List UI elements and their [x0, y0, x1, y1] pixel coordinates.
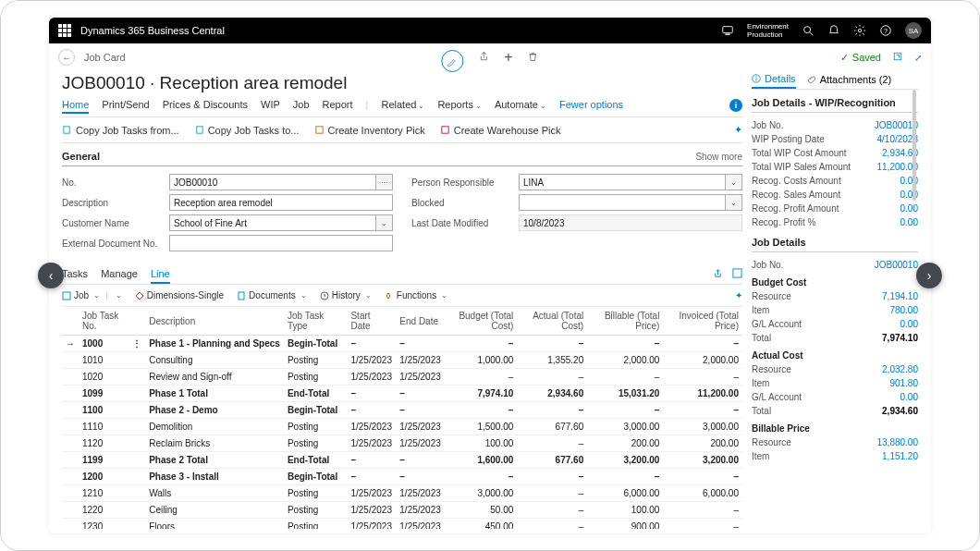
delete-icon[interactable]	[528, 51, 539, 64]
col-billable[interactable]: Billable (Total Price)	[587, 307, 663, 336]
lines-maximize-icon[interactable]	[732, 268, 742, 281]
app-launcher-icon[interactable]	[58, 24, 71, 37]
table-row[interactable]: 1100Phase 2 - DemoBegin-Total––––––	[62, 402, 742, 419]
actual-cost-heading: Actual Cost	[752, 350, 918, 361]
col-budget[interactable]: Budget (Total Cost)	[445, 307, 518, 336]
tab-home[interactable]: Home	[62, 99, 89, 114]
search-icon[interactable]	[802, 24, 815, 37]
svg-rect-14	[239, 292, 244, 300]
tab-job[interactable]: Job	[293, 99, 310, 114]
table-row[interactable]: 1099Phase 1 TotalEnd-Total––7,974.102,93…	[62, 386, 742, 402]
tab-prices-discounts[interactable]: Prices & Discounts	[163, 99, 248, 114]
back-button[interactable]: ←	[58, 49, 75, 66]
table-row[interactable]: 1200Phase 3 - InstallBegin-Total––––––	[62, 469, 742, 485]
tab-line[interactable]: Line	[151, 268, 170, 284]
table-row[interactable]: 1110DemolitionPosting1/25/20231/25/20231…	[62, 419, 742, 435]
no-lookup-button[interactable]: ⋯	[376, 174, 393, 190]
documents-dropdown[interactable]: Documents⌄	[237, 290, 307, 300]
help-icon[interactable]: ?	[879, 24, 892, 37]
tab-automate[interactable]: Automate⌄	[495, 99, 546, 114]
carousel-prev-button[interactable]: ‹	[38, 263, 64, 288]
environment-label: EnvironmentProduction	[747, 22, 789, 39]
blocked-field[interactable]	[519, 194, 726, 211]
no-field[interactable]	[169, 174, 376, 190]
table-row[interactable]: 1230FloorsPosting1/25/20231/25/2023450.0…	[62, 519, 742, 530]
tab-reports[interactable]: Reports⌄	[437, 99, 482, 114]
page-subheader: ← Job Card + ✓ Saved ⤢	[49, 43, 931, 71]
tab-fewer-options[interactable]: Fewer options	[559, 99, 623, 114]
kv-row: G/L Account0.00	[752, 317, 918, 331]
svg-rect-12	[733, 269, 741, 277]
kv-row: Total WIP Cost Amount2,934.60	[752, 146, 918, 160]
svg-rect-13	[63, 292, 70, 300]
bell-icon[interactable]	[827, 24, 840, 37]
customer-name-field[interactable]	[169, 214, 376, 231]
settings-icon[interactable]	[853, 24, 866, 37]
svg-rect-9	[196, 127, 202, 133]
kv-row: Recog. Costs Amount0.00	[752, 174, 918, 188]
table-row[interactable]: →1000⋮Phase 1 - Planning and SpecsBegin-…	[62, 336, 742, 352]
tab-wip[interactable]: WIP	[261, 99, 280, 114]
general-section-header[interactable]: General Show more	[62, 143, 742, 166]
dimensions-button[interactable]: Dimensions-Single	[135, 290, 224, 300]
history-dropdown[interactable]: History⌄	[320, 290, 372, 300]
copy-tasks-to-button[interactable]: Copy Job Tasks to...	[194, 124, 300, 136]
customer-lookup-button[interactable]: ⌄	[376, 214, 393, 231]
details-tab[interactable]: Details	[752, 73, 796, 89]
environment-icon[interactable]	[721, 24, 734, 37]
col-end[interactable]: End Date	[396, 307, 445, 336]
kv-row: Recog. Profit Amount0.00	[752, 202, 918, 215]
job-dropdown[interactable]: Job⌄|⌄	[62, 290, 122, 300]
lines-share-icon[interactable]	[713, 268, 723, 281]
copy-tasks-from-button[interactable]: Copy Job Tasks from...	[62, 124, 179, 136]
kv-row: Item1,151.20	[752, 449, 918, 463]
table-row[interactable]: 1010ConsultingPosting1/25/20231/25/20231…	[62, 352, 742, 369]
pin-icon[interactable]: ✦	[734, 124, 742, 136]
table-row[interactable]: 1020Review and Sign-offPosting1/25/20231…	[62, 369, 742, 386]
new-icon[interactable]: +	[504, 49, 512, 66]
tab-manage[interactable]: Manage	[101, 268, 138, 284]
lines-settings-icon[interactable]: ✦	[735, 290, 742, 300]
tab-report[interactable]: Report	[323, 99, 353, 114]
kv-row: Total WIP Sales Amount11,200.00	[752, 160, 918, 174]
factbox-scrollbar[interactable]	[913, 90, 916, 201]
svg-rect-10	[315, 127, 322, 133]
tab-tasks[interactable]: Tasks	[62, 268, 88, 284]
functions-dropdown[interactable]: Functions⌄	[385, 290, 447, 300]
col-task-no[interactable]: Job Task No.	[79, 307, 129, 336]
show-more-link[interactable]: Show more	[695, 152, 742, 162]
col-type[interactable]: Job Task Type	[284, 307, 348, 336]
person-responsible-field[interactable]	[519, 174, 726, 190]
col-actual[interactable]: Actual (Total Cost)	[517, 307, 587, 336]
description-field[interactable]	[169, 194, 393, 211]
create-warehouse-pick-button[interactable]: Create Warehouse Pick	[440, 124, 561, 136]
svg-point-18	[755, 76, 756, 77]
edit-icon[interactable]	[441, 50, 463, 72]
kv-row: Recog. Profit %0.00	[752, 215, 918, 229]
tab-print-send[interactable]: Print/Send	[102, 99, 149, 114]
col-invoiced[interactable]: Invoiced (Total Price)	[663, 307, 742, 336]
table-row[interactable]: 1120Reclaim BricksPosting1/25/20231/25/2…	[62, 435, 742, 452]
table-row[interactable]: 1210WallsPosting1/25/20231/25/20233,000.…	[62, 485, 742, 502]
user-avatar[interactable]: SA	[905, 22, 922, 39]
carousel-next-button[interactable]: ›	[916, 263, 942, 288]
blocked-lookup-button[interactable]: ⌄	[726, 194, 742, 211]
tab-related[interactable]: Related⌄	[381, 99, 424, 114]
share-icon[interactable]	[478, 51, 489, 64]
collapse-icon[interactable]: ⤢	[914, 53, 922, 63]
kv-row: Item901.80	[752, 376, 918, 390]
table-row[interactable]: 1199Phase 2 TotalEnd-Total––1,600.00677.…	[62, 452, 742, 469]
col-description[interactable]: Description	[145, 307, 284, 336]
col-start[interactable]: Start Date	[347, 307, 396, 336]
create-inventory-pick-button[interactable]: Create Inventory Pick	[314, 124, 425, 136]
svg-rect-0	[723, 27, 733, 33]
popout-icon[interactable]	[892, 51, 903, 64]
attachments-tab[interactable]: Attachments (2)	[807, 73, 892, 89]
info-badge[interactable]: i	[729, 99, 742, 112]
table-row[interactable]: 1220CeilingPosting1/25/20231/25/202350.0…	[62, 502, 742, 519]
page-title: JOB00010 · Reception area remodel	[62, 73, 742, 93]
kv-row: G/L Account0.00	[752, 390, 918, 404]
ext-doc-field[interactable]	[169, 235, 393, 251]
person-lookup-button[interactable]: ⌄	[726, 174, 742, 190]
action-tabs: Home Print/Send Prices & Discounts WIP J…	[62, 99, 742, 117]
